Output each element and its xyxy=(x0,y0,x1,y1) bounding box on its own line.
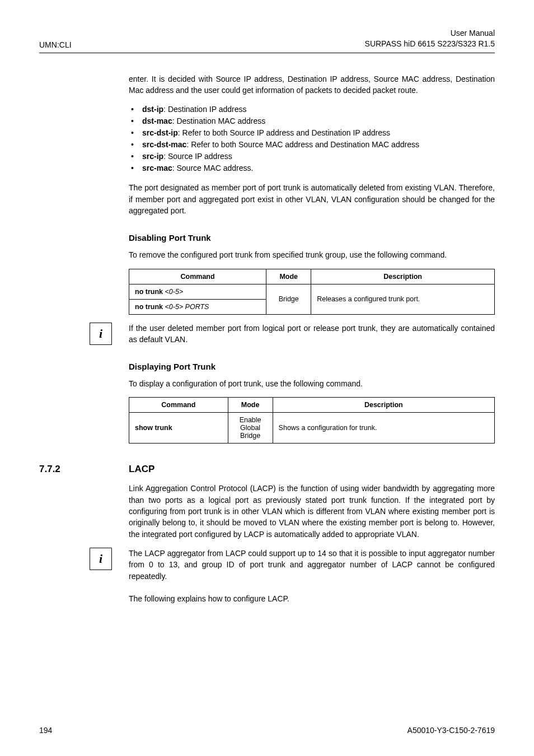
table-cell-mode: Bridge xyxy=(266,284,311,314)
table-header: Mode xyxy=(266,269,311,284)
section-title: 7.7.2 LACP xyxy=(129,464,495,475)
header-right-line1: User Manual xyxy=(365,28,495,39)
bullet-tail: : Source MAC address. xyxy=(172,164,254,172)
table-cell-description: Shows a configuration for trunk. xyxy=(273,413,494,444)
bullet-bold: src-dst-ip xyxy=(142,128,178,137)
table-display-trunk: Command Mode Description show trunk Enab… xyxy=(129,397,495,444)
bullet-tail: : Refer to both Source MAC address and D… xyxy=(186,140,419,149)
cmd-italic: <0-5> xyxy=(165,303,185,311)
table-cell-description: Releases a configured trunk port. xyxy=(311,284,495,314)
display-paragraph: To display a configuration of port trunk… xyxy=(129,378,495,389)
note-text: The LACP aggregator from LACP could supp… xyxy=(129,548,495,582)
bullet-bold: src-dst-mac xyxy=(142,140,186,149)
intro-paragraph: enter. It is decided with Source IP addr… xyxy=(129,73,495,96)
list-item: src-mac: Source MAC address. xyxy=(129,162,495,174)
bullet-tail: : Destination MAC address xyxy=(172,116,266,125)
list-item: src-ip: Source IP address xyxy=(129,151,495,162)
table-cell-command: show trunk xyxy=(129,413,228,444)
cmd-bold: no trunk xyxy=(135,303,165,311)
disable-paragraph: To remove the configured port trunk from… xyxy=(129,249,495,260)
page-header: UMN:CLI User Manual SURPASS hiD 6615 S22… xyxy=(39,28,495,53)
document-code: A50010-Y3-C150-2-7619 xyxy=(407,726,495,735)
cmd-bold: no trunk xyxy=(135,288,165,296)
heading-disable-port-trunk: Disabling Port Trunk xyxy=(129,233,495,242)
bullet-bold: dst-ip xyxy=(142,105,163,114)
table-row: show trunk Enable Global Bridge Shows a … xyxy=(129,413,495,444)
table-header: Description xyxy=(311,269,495,284)
header-right-line2: SURPASS hiD 6615 S223/S323 R1.5 xyxy=(365,39,495,49)
list-item: src-dst-ip: Refer to both Source IP addr… xyxy=(129,127,495,139)
table-header-row: Command Mode Description xyxy=(129,269,495,284)
table-header-row: Command Mode Description xyxy=(129,398,495,413)
cmd-italic: <0-5> xyxy=(165,288,183,296)
section-number: 7.7.2 xyxy=(39,464,60,475)
list-item: dst-ip: Destination IP address xyxy=(129,104,495,115)
bullet-bold: src-mac xyxy=(142,164,172,172)
note-block: i If the user deleted member port from l… xyxy=(90,323,495,346)
note-block: i The LACP aggregator from LACP could su… xyxy=(90,548,495,582)
table-header: Command xyxy=(129,269,266,284)
bullet-bold: src-ip xyxy=(142,152,163,161)
mode-line: Enable xyxy=(234,416,267,424)
table-header: Mode xyxy=(228,398,273,413)
table-disable-trunk: Command Mode Description no trunk <0-5> … xyxy=(129,269,495,315)
info-icon: i xyxy=(90,548,112,570)
page-number: 194 xyxy=(39,726,52,735)
list-item: dst-mac: Destination MAC address xyxy=(129,115,495,127)
header-right: User Manual SURPASS hiD 6615 S223/S323 R… xyxy=(365,28,495,49)
table-cell-command: no trunk <0-5> xyxy=(129,284,266,299)
bullet-tail: : Destination IP address xyxy=(163,105,246,114)
list-item: src-dst-mac: Refer to both Source MAC ad… xyxy=(129,139,495,151)
page-footer: 194 A50010-Y3-C150-2-7619 xyxy=(39,726,495,735)
cmd-italic: PORTS xyxy=(185,303,209,311)
section-name: LACP xyxy=(129,464,154,474)
bullet-bold: dst-mac xyxy=(142,116,172,125)
note-text: If the user deleted member port from log… xyxy=(129,323,495,346)
mode-line: Bridge xyxy=(234,432,267,440)
header-left: UMN:CLI xyxy=(39,40,72,49)
lacp-paragraph: Link Aggregation Control Protocol (LACP)… xyxy=(129,483,495,539)
table-header: Description xyxy=(273,398,494,413)
bullet-tail: : Source IP address xyxy=(163,152,232,161)
table-cell-command: no trunk <0-5> PORTS xyxy=(129,299,266,314)
table-cell-mode: Enable Global Bridge xyxy=(228,413,273,444)
heading-display-port-trunk: Displaying Port Trunk xyxy=(129,362,495,371)
bullet-tail: : Refer to both Source IP address and De… xyxy=(178,128,390,137)
info-icon: i xyxy=(90,323,112,345)
table-row: no trunk <0-5> Bridge Releases a configu… xyxy=(129,284,495,299)
closing-paragraph: The following explains how to configure … xyxy=(129,593,495,604)
table-header: Command xyxy=(129,398,228,413)
bullet-list: dst-ip: Destination IP address dst-mac: … xyxy=(129,104,495,174)
after-bullets-paragraph: The port designated as member port of po… xyxy=(129,182,495,216)
mode-line: Global xyxy=(234,424,267,432)
